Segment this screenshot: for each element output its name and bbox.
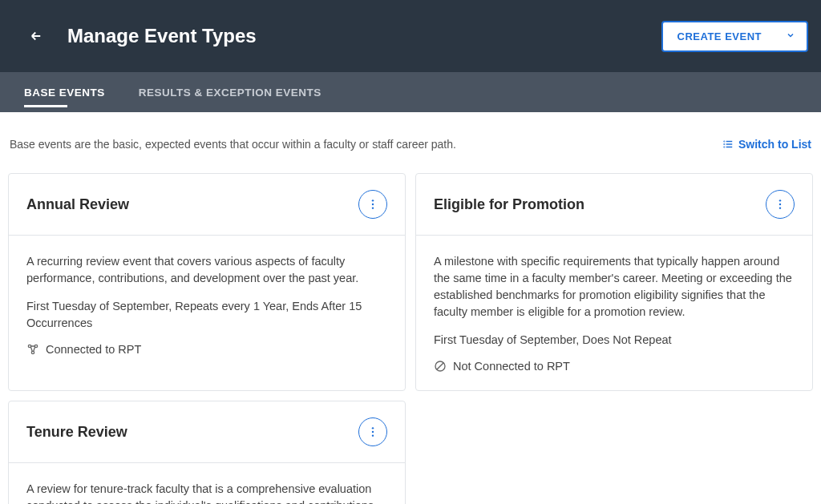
- switch-to-list-link[interactable]: Switch to List: [722, 138, 811, 151]
- svg-point-18: [372, 431, 374, 433]
- not-connected-icon: [434, 360, 447, 373]
- header-left: Manage Event Types: [29, 25, 257, 47]
- intro-row: Base events are the basic, expected even…: [8, 138, 813, 151]
- event-card: Annual Review A recurring review event t…: [8, 173, 406, 391]
- card-title: Annual Review: [26, 196, 129, 213]
- svg-point-19: [372, 435, 374, 437]
- create-event-label: CREATE EVENT: [677, 30, 762, 42]
- connection-text: Not Connected to RPT: [453, 360, 570, 373]
- back-arrow-icon[interactable]: [29, 29, 43, 43]
- vertical-dots-icon: [366, 425, 379, 438]
- svg-point-13: [779, 204, 781, 205]
- card-more-button[interactable]: [358, 417, 387, 446]
- svg-point-8: [372, 207, 374, 208]
- svg-point-5: [724, 147, 725, 147]
- intro-text: Base events are the basic, expected even…: [10, 138, 456, 151]
- switch-to-list-label: Switch to List: [738, 138, 811, 151]
- cards-grid: Annual Review A recurring review event t…: [8, 173, 813, 504]
- svg-point-12: [779, 200, 781, 201]
- svg-point-14: [779, 207, 781, 208]
- card-header: Tenure Review: [9, 401, 405, 463]
- content-area: Base events are the basic, expected even…: [0, 112, 821, 504]
- tab-base-events[interactable]: BASE EVENTS: [24, 72, 105, 112]
- card-more-button[interactable]: [766, 190, 795, 219]
- svg-point-7: [372, 204, 374, 205]
- card-schedule: First Tuesday of September, Does Not Rep…: [434, 332, 795, 349]
- card-body: A milestone with specific requirements t…: [416, 236, 812, 390]
- event-card: Eligible for Promotion A milestone with …: [415, 173, 813, 391]
- header-bar: Manage Event Types CREATE EVENT: [0, 0, 821, 72]
- card-header: Annual Review: [9, 174, 405, 236]
- card-title: Eligible for Promotion: [434, 196, 584, 213]
- svg-point-6: [372, 200, 374, 201]
- chevron-down-icon: [786, 30, 795, 42]
- linked-nodes-icon: [26, 343, 39, 356]
- card-title: Tenure Review: [26, 424, 127, 441]
- card-description: A recurring review event that covers var…: [26, 253, 387, 287]
- event-card: Tenure Review A review for tenure-track …: [8, 401, 406, 504]
- svg-point-11: [31, 351, 34, 353]
- svg-line-16: [437, 363, 443, 369]
- card-header: Eligible for Promotion: [416, 174, 812, 236]
- page-title: Manage Event Types: [67, 25, 257, 47]
- connection-text: Connected to RPT: [46, 343, 141, 356]
- tabs-bar: BASE EVENTS RESULTS & EXCEPTION EVENTS: [0, 72, 821, 112]
- connection-row: Connected to RPT: [26, 343, 387, 356]
- card-body: A recurring review event that covers var…: [9, 236, 405, 373]
- card-body: A review for tenure-track faculty that i…: [9, 463, 405, 504]
- svg-point-4: [724, 144, 725, 145]
- vertical-dots-icon: [366, 198, 379, 211]
- card-more-button[interactable]: [358, 190, 387, 219]
- connection-row: Not Connected to RPT: [434, 360, 795, 373]
- svg-point-3: [724, 141, 725, 142]
- list-icon: [722, 139, 734, 150]
- tab-results-exception[interactable]: RESULTS & EXCEPTION EVENTS: [139, 72, 322, 112]
- svg-point-17: [372, 427, 374, 429]
- card-description: A milestone with specific requirements t…: [434, 253, 795, 321]
- card-schedule: First Tuesday of September, Repeats ever…: [26, 298, 387, 332]
- create-event-button[interactable]: CREATE EVENT: [661, 21, 808, 52]
- vertical-dots-icon: [774, 198, 787, 211]
- card-description: A review for tenure-track faculty that i…: [26, 481, 387, 504]
